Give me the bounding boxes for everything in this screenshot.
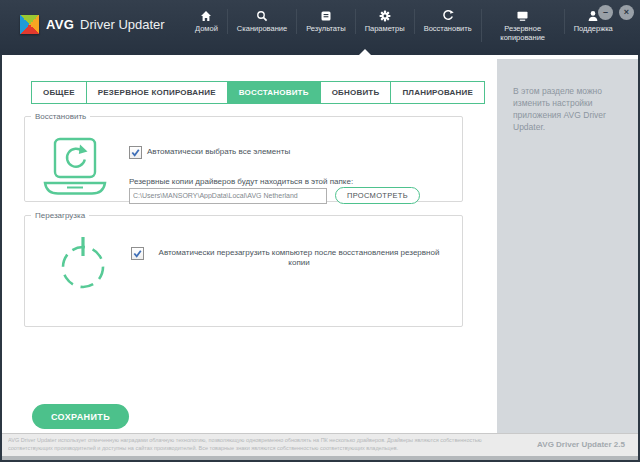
search-icon <box>237 9 287 22</box>
folder-path-label: Резервные копии драйверов будут находить… <box>129 177 353 186</box>
nav-item-settings[interactable]: Параметры <box>355 9 414 34</box>
main-content: ОБЩЕЕ РЕЗЕРВНОЕ КОПИРОВАНИЕ ВОССТАНОВИТЬ… <box>2 55 638 433</box>
window-bottom-strip <box>2 456 638 460</box>
tab-backup[interactable]: РЕЗЕРВНОЕ КОПИРОВАНИЕ <box>86 81 228 104</box>
restore-section: Восстановить Автоматически выбрать все э… <box>24 112 463 202</box>
window-controls: – × <box>592 5 634 20</box>
close-button[interactable]: × <box>619 5 634 20</box>
nav-item-results[interactable]: Результаты <box>296 9 355 34</box>
app-version: AVG Driver Updater 2.5 <box>537 440 625 449</box>
footer-disclaimer: AVG Driver Updater использует отмеченную… <box>8 437 528 452</box>
browse-button[interactable]: ПРОСМОТРЕТЬ <box>335 187 420 204</box>
tab-update[interactable]: ОБНОВИТЬ <box>320 81 392 104</box>
tab-restore[interactable]: ВОССТАНОВИТЬ <box>227 81 321 104</box>
auto-reboot-checkbox[interactable] <box>131 247 144 260</box>
nav-item-backup[interactable]: Резервное копирование <box>481 9 564 42</box>
nav-item-restore[interactable]: Восстановить <box>414 9 481 34</box>
save-button[interactable]: СОХРАНИТЬ <box>32 404 129 429</box>
help-sidebar: В этом разделе можно изменить настройки … <box>497 59 638 433</box>
laptop-restore-icon <box>42 137 108 205</box>
select-all-row: Автоматически выбрать все элементы <box>129 146 290 159</box>
reboot-section: Перезагрузка Автоматически перезагрузить… <box>24 211 463 327</box>
app-window: AVG Driver Updater Домой Сканирование <box>0 0 640 462</box>
results-icon <box>306 9 346 22</box>
backup-icon <box>491 9 555 22</box>
select-all-checkbox[interactable] <box>129 146 142 159</box>
tab-scheduling[interactable]: ПЛАНИРОВАНИЕ <box>390 81 485 104</box>
avg-logo-icon <box>20 15 39 34</box>
app-brand: AVG Driver Updater <box>20 15 165 34</box>
title-bar: AVG Driver Updater Домой Сканирование <box>0 0 640 55</box>
tab-general[interactable]: ОБЩЕЕ <box>31 81 87 104</box>
app-title: Driver Updater <box>80 17 165 32</box>
folder-path-input[interactable] <box>129 188 327 204</box>
settings-tabs: ОБЩЕЕ РЕЗЕРВНОЕ КОПИРОВАНИЕ ВОССТАНОВИТЬ… <box>31 81 485 104</box>
auto-reboot-label: Автоматически перезагрузить компьютер по… <box>149 247 449 268</box>
restore-section-legend: Восстановить <box>31 112 90 121</box>
select-all-label: Автоматически выбрать все элементы <box>147 146 290 157</box>
footer-disclaimer-line2: соответствующих производителей и доступн… <box>8 445 528 453</box>
restore-icon <box>424 9 472 22</box>
gear-icon <box>365 9 405 22</box>
home-icon <box>195 9 218 22</box>
minimize-button[interactable]: – <box>598 5 613 20</box>
footer-bar: AVG Driver Updater использует отмеченную… <box>2 433 638 456</box>
power-icon <box>57 234 109 296</box>
main-nav: Домой Сканирование Результаты <box>186 9 622 42</box>
nav-item-scan[interactable]: Сканирование <box>227 9 296 34</box>
help-sidebar-text: В этом разделе можно изменить настройки … <box>497 59 638 133</box>
folder-path-row: ПРОСМОТРЕТЬ <box>129 187 420 204</box>
footer-disclaimer-line1: AVG Driver Updater использует отмеченную… <box>8 437 528 445</box>
auto-reboot-row: Автоматически перезагрузить компьютер по… <box>131 247 449 268</box>
brand-avg: AVG <box>46 17 74 32</box>
nav-item-home[interactable]: Домой <box>186 9 227 34</box>
reboot-section-legend: Перезагрузка <box>31 211 89 220</box>
